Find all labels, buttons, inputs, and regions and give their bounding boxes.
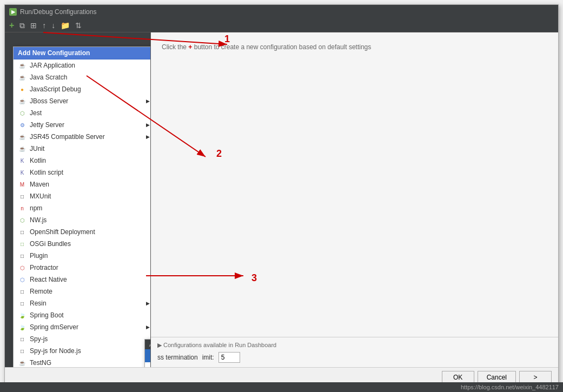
menu-item-jetty-label: Jetty Server: [30, 121, 64, 129]
dropdown-header: Add New Configuration: [14, 47, 151, 59]
react-native-icon: ⬡: [18, 275, 27, 284]
spring-boot-icon: 🍃: [18, 311, 27, 320]
menu-item-testng[interactable]: ☕ TestNG: [14, 357, 151, 367]
add-new-config-dropdown: Add New Configuration ☕ JAR Application …: [13, 46, 151, 367]
sort-button[interactable]: ⇅: [73, 21, 84, 30]
nwjs-icon: ⬡: [18, 216, 27, 224]
menu-item-osgi[interactable]: □ OSGi Bundles: [14, 238, 151, 250]
right-panel: Click the + button to create a new confi…: [151, 32, 558, 367]
menu-item-jest[interactable]: ⬡ Jest: [14, 107, 151, 119]
menu-item-spring-boot-label: Spring Boot: [30, 311, 64, 319]
menu-item-jsr45-label: JSR45 Compatible Server: [30, 133, 105, 141]
junit-icon: ☕: [18, 144, 27, 153]
menu-item-jest-label: Jest: [30, 109, 42, 117]
menu-item-js-debug-label: JavaScript Debug: [30, 85, 81, 93]
jetty-icon: ⚙: [18, 121, 27, 129]
menu-item-react-native[interactable]: ⬡ React Native: [14, 274, 151, 285]
menu-item-mxunit-label: MXUnit: [30, 192, 51, 200]
menu-item-openshift-label: OpenShift Deployment: [30, 228, 95, 236]
menu-item-nwjs[interactable]: ⬡ NW.js: [14, 214, 151, 226]
menu-item-java-scratch-label: Java Scratch: [30, 74, 67, 81]
bottom-panel: ▶ Configurations available in Run Dashbo…: [151, 337, 558, 367]
menu-item-spy-js-node-label: Spy-js for Node.js: [30, 347, 81, 355]
main-content: Add New Configuration ☕ JAR Application …: [5, 32, 558, 367]
remote-icon: □: [18, 287, 27, 296]
menu-item-osgi-label: OSGi Bundles: [30, 240, 71, 248]
left-panel: Add New Configuration ☕ JAR Application …: [5, 32, 151, 367]
menu-item-jetty[interactable]: ⚙ Jetty Server: [14, 119, 151, 131]
spy-js-node-icon: □: [18, 347, 27, 355]
menu-item-protractor-label: Protractor: [30, 264, 58, 271]
plugin-icon: □: [18, 251, 27, 260]
bottom-controls: ss termination imit:: [157, 352, 552, 363]
menu-item-remote[interactable]: □ Remote: [14, 285, 151, 297]
menu-item-java-scratch[interactable]: ☕ Java Scratch: [14, 71, 151, 83]
add-config-button[interactable]: +: [7, 20, 16, 31]
tomcat-submenu: Add New 'Tomcat Server' Configuration 🖥 …: [144, 339, 151, 367]
menu-item-testng-label: TestNG: [30, 359, 51, 367]
menu-item-npm[interactable]: n npm: [14, 202, 151, 214]
menu-item-kotlin[interactable]: K Kotlin: [14, 155, 151, 167]
limit-label: imit:: [202, 354, 214, 361]
menu-item-openshift[interactable]: □ OpenShift Deployment: [14, 226, 151, 238]
menu-item-mxunit[interactable]: □ MXUnit: [14, 190, 151, 202]
protractor-icon: ⬡: [18, 263, 27, 272]
tomcat-submenu-header: Add New 'Tomcat Server' Configuration: [145, 340, 151, 349]
menu-item-jsr45[interactable]: ☕ JSR45 Compatible Server: [14, 131, 151, 143]
title-bar: ▶ Run/Debug Configurations: [5, 5, 558, 19]
jar-app-icon: ☕: [18, 61, 27, 70]
menu-item-resin-label: Resin: [30, 300, 47, 307]
folder-button[interactable]: 📁: [58, 21, 72, 30]
kotlin-icon: K: [18, 156, 27, 165]
menu-item-kotlin-script[interactable]: K Kotlin script: [14, 167, 151, 178]
menu-item-spring-boot[interactable]: 🍃 Spring Boot: [14, 309, 151, 321]
menu-item-remote-label: Remote: [30, 288, 52, 295]
move-up-button[interactable]: ↑: [40, 21, 48, 30]
copy-config-button[interactable]: ⧉: [17, 21, 27, 30]
testng-icon: ☕: [18, 358, 27, 367]
tomcat-remote-item[interactable]: 🌐 Remote: [145, 362, 151, 367]
osgi-icon: □: [18, 240, 27, 248]
menu-item-spring-dm[interactable]: 🍃 Spring dmServer: [14, 321, 151, 333]
config-tree: [5, 32, 150, 37]
toolbar: + ⧉ ⊞ ↑ ↓ 📁 ⇅: [5, 19, 558, 32]
menu-item-jar-label: JAR Application: [30, 62, 75, 69]
menu-item-maven-label: Maven: [30, 181, 49, 188]
menu-item-protractor[interactable]: ⬡ Protractor: [14, 262, 151, 274]
tomcat-local-item[interactable]: 🖥 Local: [145, 349, 151, 362]
menu-item-resin[interactable]: □ Resin: [14, 297, 151, 309]
move-down-button[interactable]: ↓: [49, 21, 57, 30]
status-url: https://blog.csdn.net/weixin_4482117: [461, 384, 559, 390]
menu-item-kotlin-script-label: Kotlin script: [30, 169, 63, 176]
maven-icon: M: [18, 180, 27, 189]
status-bar: https://blog.csdn.net/weixin_4482117: [0, 382, 563, 392]
spy-js-icon: □: [18, 335, 27, 343]
title-icon: ▶: [9, 8, 17, 16]
title-text: Run/Debug Configurations: [20, 8, 96, 16]
menu-item-junit[interactable]: ☕ JUnit: [14, 143, 151, 155]
hint-suffix: button to create a new configuration bas…: [192, 43, 371, 51]
menu-item-plugin[interactable]: □ Plugin: [14, 250, 151, 262]
menu-item-junit-label: JUnit: [30, 145, 44, 152]
jsr45-icon: ☕: [18, 132, 27, 141]
menu-item-jar-app[interactable]: ☕ JAR Application: [14, 59, 151, 71]
menu-item-spy-js-node[interactable]: □ Spy-js for Node.js: [14, 345, 151, 357]
kotlin-script-icon: K: [18, 168, 27, 177]
menu-item-jboss[interactable]: ☕ JBoss Server: [14, 95, 151, 107]
menu-item-js-debug[interactable]: ● JavaScript Debug: [14, 83, 151, 95]
menu-item-maven[interactable]: M Maven: [14, 178, 151, 190]
menu-item-npm-label: npm: [30, 204, 42, 212]
menu-item-kotlin-label: Kotlin: [30, 157, 46, 164]
menu-item-jboss-label: JBoss Server: [30, 97, 68, 105]
jest-icon: ⬡: [18, 109, 27, 117]
group-config-button[interactable]: ⊞: [28, 21, 39, 30]
mxunit-icon: □: [18, 192, 27, 201]
limit-input[interactable]: [218, 352, 240, 363]
menu-item-spy-js[interactable]: □ Spy-js: [14, 333, 151, 345]
menu-item-nwjs-label: NW.js: [30, 216, 47, 224]
run-dashboard-text[interactable]: ▶ Configurations available in Run Dashbo…: [157, 342, 552, 349]
resin-icon: □: [18, 299, 27, 308]
menu-item-react-native-label: React Native: [30, 276, 67, 283]
jboss-icon: ☕: [18, 97, 27, 105]
hint-text: Click the + button to create a new confi…: [162, 43, 547, 51]
